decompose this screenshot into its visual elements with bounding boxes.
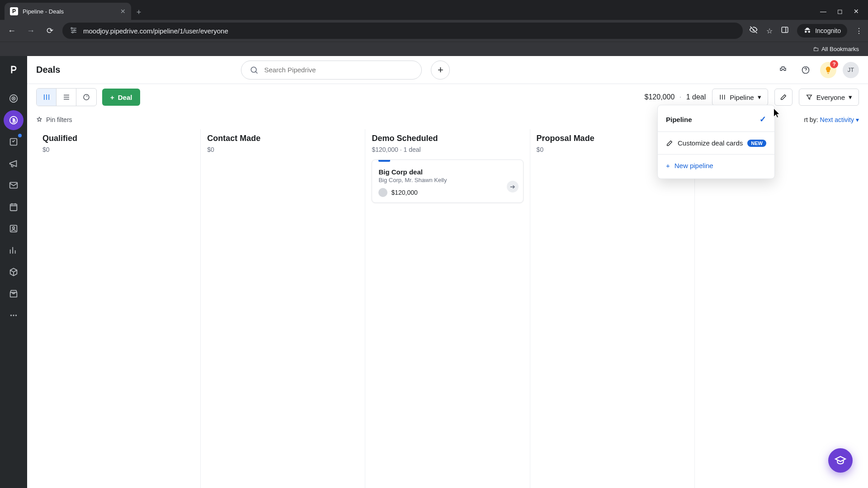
deal-subtitle: Big Corp, Mr. Shawn Kelly	[378, 177, 516, 183]
svg-point-12	[13, 227, 15, 229]
sort-by-prefix: rt by:	[804, 116, 818, 123]
toolbar: + Deal $120,000 · 1 deal Pipeline ▾	[27, 84, 868, 110]
forward-button[interactable]: →	[24, 24, 37, 37]
pencil-icon	[780, 94, 787, 101]
deal-title: Big Corp deal	[378, 168, 516, 176]
edit-pipeline-button[interactable]	[774, 89, 793, 106]
deal-card[interactable]: Big Corp deal Big Corp, Mr. Shawn Kelly …	[372, 160, 523, 203]
deal-amount: $120,000	[391, 189, 417, 196]
sort-by-selector[interactable]: rt by: Next activity ▾	[804, 116, 859, 123]
pipeline-dropdown: Pipeline ✓ Customize deal cards NEW + Ne…	[657, 105, 775, 179]
owner-filter[interactable]: Everyone ▾	[799, 89, 859, 106]
tab-bar: P Pipeline - Deals ✕ + — ◻ ✕	[0, 0, 868, 20]
summary-amount: $120,000	[645, 93, 675, 101]
user-avatar[interactable]: JT	[843, 62, 859, 78]
add-deal-label: Deal	[118, 94, 132, 101]
svg-rect-3	[782, 27, 788, 33]
app-root: Deals + ? JT	[0, 56, 868, 488]
sales-assistant-icon[interactable]: ?	[820, 62, 836, 78]
sidebar-item-mail[interactable]	[4, 175, 24, 195]
all-bookmarks-link[interactable]: All Bookmarks	[821, 46, 859, 52]
search-field[interactable]	[241, 61, 422, 80]
pipeline-view-button[interactable]	[37, 89, 57, 106]
sidebar-item-deals[interactable]	[4, 110, 24, 130]
pin-filters-button[interactable]: Pin filters	[36, 116, 72, 123]
svg-point-15	[15, 314, 17, 316]
tab-title: Pipeline - Deals	[23, 8, 116, 15]
dropdown-item-customize[interactable]: Customize deal cards NEW	[658, 134, 774, 152]
pipeline-summary: $120,000 · 1 deal	[645, 93, 706, 101]
eye-off-icon[interactable]	[749, 25, 758, 36]
column-proposal-made[interactable]: Proposal Made $0	[530, 129, 695, 488]
incognito-label: Incognito	[815, 27, 841, 34]
favicon-icon: P	[10, 7, 18, 15]
column-summary: $0	[207, 146, 359, 153]
dropdown-item-new-pipeline[interactable]: + New pipeline	[658, 156, 774, 175]
panel-icon[interactable]	[781, 26, 789, 36]
column-demo-scheduled[interactable]: Demo Scheduled $120,000 · 1 deal Big Cor…	[365, 129, 530, 488]
pipeline-selector[interactable]: Pipeline ▾	[712, 89, 768, 106]
new-tab-button[interactable]: +	[131, 5, 146, 20]
star-icon[interactable]: ☆	[766, 27, 773, 35]
column-started[interactable]: Started	[695, 129, 859, 488]
chevron-down-icon: ▾	[856, 116, 859, 123]
sidebar-item-more[interactable]	[4, 305, 24, 325]
browser-tab[interactable]: P Pipeline - Deals ✕	[5, 3, 131, 20]
dropdown-item-label: Customize deal cards	[678, 139, 743, 147]
column-title: Demo Scheduled	[372, 134, 523, 143]
sidebar-item-insights[interactable]	[4, 240, 24, 260]
svg-point-13	[10, 314, 12, 316]
help-icon[interactable]	[797, 62, 814, 78]
site-settings-icon[interactable]	[70, 26, 78, 36]
incognito-badge[interactable]: Incognito	[797, 24, 847, 38]
divider	[658, 154, 774, 155]
minimize-icon[interactable]: —	[820, 8, 826, 15]
close-icon[interactable]: ✕	[120, 8, 126, 15]
svg-rect-10	[10, 204, 17, 211]
quick-add-button[interactable]: +	[431, 61, 450, 80]
kanban-board: Qualified $0 Contact Made $0 Demo Schedu…	[27, 129, 868, 488]
column-contact-made[interactable]: Contact Made $0	[201, 129, 365, 488]
address-bar-icons: ☆ Incognito ⋮	[749, 24, 863, 38]
stage-stripe	[378, 160, 390, 162]
close-window-icon[interactable]: ✕	[854, 8, 859, 15]
svg-point-6	[13, 98, 14, 99]
menu-icon[interactable]: ⋮	[855, 27, 863, 35]
column-qualified[interactable]: Qualified $0	[36, 129, 201, 488]
dropdown-item-pipeline[interactable]: Pipeline ✓	[658, 109, 774, 130]
sidebar-item-projects[interactable]	[4, 132, 24, 152]
sidebar-item-activities[interactable]	[4, 197, 24, 217]
pipeline-selector-label: Pipeline	[730, 94, 754, 101]
notification-badge: ?	[830, 60, 838, 68]
svg-point-18	[84, 94, 89, 100]
reload-button[interactable]: ⟳	[43, 24, 56, 37]
back-button[interactable]: ←	[5, 24, 18, 37]
plus-icon: +	[666, 162, 670, 169]
extensions-icon[interactable]	[775, 62, 791, 78]
sidebar-item-campaigns[interactable]	[4, 154, 24, 174]
column-summary: $0	[42, 146, 194, 153]
column-title: Qualified	[42, 134, 194, 143]
svg-point-1	[74, 29, 75, 31]
list-view-button[interactable]	[57, 89, 76, 106]
open-deal-icon[interactable]: ➔	[507, 181, 519, 192]
academy-fab[interactable]	[828, 448, 853, 473]
forecast-view-button[interactable]	[76, 89, 96, 106]
sidebar-item-contacts[interactable]	[4, 219, 24, 239]
address-bar: ← → ⟳ moodjoy.pipedrive.com/pipeline/1/u…	[0, 20, 868, 42]
maximize-icon[interactable]: ◻	[837, 8, 843, 15]
pin-filters-label: Pin filters	[46, 116, 72, 123]
browser-chrome: P Pipeline - Deals ✕ + — ◻ ✕ ← → ⟳ moodj…	[0, 0, 868, 56]
app-logo[interactable]	[5, 61, 23, 79]
add-deal-button[interactable]: + Deal	[102, 89, 140, 106]
view-switcher	[36, 88, 97, 106]
topbar: Deals + ? JT	[27, 56, 868, 84]
url-field[interactable]: moodjoy.pipedrive.com/pipeline/1/user/ev…	[62, 23, 743, 39]
plus-icon: +	[110, 94, 114, 101]
search-input[interactable]	[264, 66, 413, 74]
sidebar-item-products[interactable]	[4, 262, 24, 282]
svg-point-2	[72, 32, 73, 33]
sidebar-item-leads[interactable]	[4, 89, 24, 108]
incognito-icon	[803, 27, 811, 35]
sidebar-item-marketplace[interactable]	[4, 284, 24, 304]
